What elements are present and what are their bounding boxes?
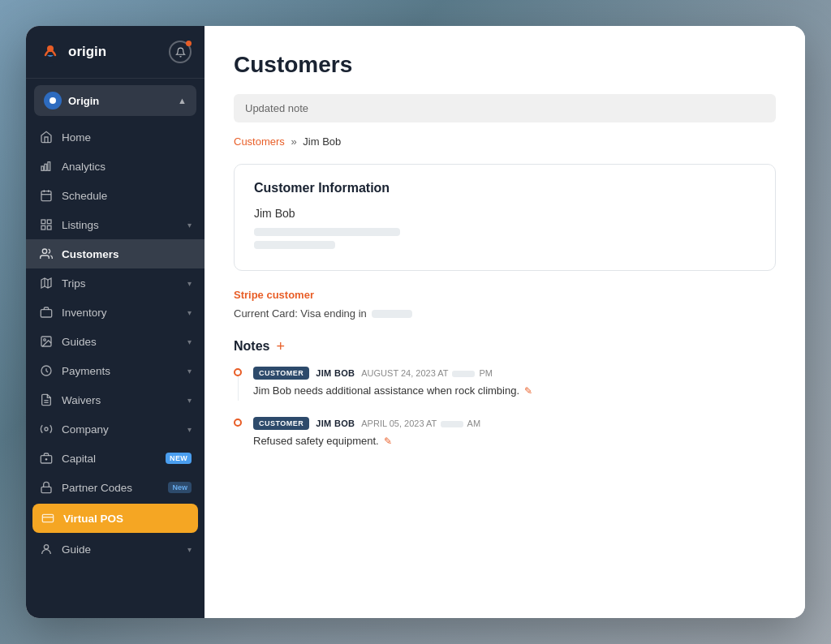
svg-point-30 <box>44 545 48 549</box>
origin-dot-inner <box>50 97 56 104</box>
logo-area: origin <box>39 41 106 63</box>
svg-point-19 <box>44 339 46 341</box>
main-content: Customers Updated note Customers » Jim B… <box>205 26 805 618</box>
waivers-chevron-icon: ▾ <box>187 396 192 405</box>
svg-point-13 <box>42 249 46 253</box>
sidebar-item-waivers[interactable]: Waivers ▾ <box>26 385 205 414</box>
company-icon <box>39 422 54 436</box>
note-date-1: AUGUST 24, 2023 AT PM <box>361 368 493 378</box>
note-meta-1: CUSTOMER JIM BOB AUGUST 24, 2023 AT PM <box>253 367 776 380</box>
sidebar-item-virtual-pos[interactable]: Virtual POS <box>32 504 198 533</box>
svg-rect-5 <box>41 191 51 201</box>
sidebar-item-company-label: Company <box>62 423 109 436</box>
timeline-dot-2 <box>234 419 242 427</box>
note-content-2: CUSTOMER JIM BOB APRIL 05, 2023 AT AM Re… <box>253 417 776 450</box>
schedule-icon <box>39 188 54 203</box>
partner-codes-new-badge: New <box>168 482 192 493</box>
sidebar-item-virtual-pos-label: Virtual POS <box>63 513 123 525</box>
guides-icon <box>39 334 54 349</box>
note-time-redacted-1 <box>452 371 475 377</box>
sidebar-item-guides[interactable]: Guides ▾ <box>26 327 205 356</box>
customer-name: Jim Bob <box>254 207 756 220</box>
customer-info-card: Customer Information Jim Bob <box>234 164 776 271</box>
customer-email-redacted <box>254 228 400 236</box>
svg-rect-17 <box>41 310 51 317</box>
inventory-icon <box>39 305 54 320</box>
sidebar-item-trips[interactable]: Trips ▾ <box>26 268 205 298</box>
logo-text: origin <box>68 44 106 60</box>
notification-bell-button[interactable] <box>169 41 192 63</box>
sidebar-item-inventory[interactable]: Inventory ▾ <box>26 298 205 327</box>
sidebar-item-customers[interactable]: Customers <box>26 239 205 268</box>
capital-new-badge: New <box>166 453 192 464</box>
note-edit-icon-1[interactable]: ✎ <box>524 385 532 397</box>
sidebar-item-guide-label: Guide <box>62 543 91 556</box>
sidebar-item-customers-label: Customers <box>62 248 119 260</box>
sidebar-item-capital[interactable]: Capital New <box>26 444 205 473</box>
svg-rect-12 <box>41 225 45 230</box>
add-note-button[interactable]: + <box>276 339 285 354</box>
origin-logo-icon <box>39 41 62 63</box>
page-title: Customers <box>234 52 776 78</box>
note-content-1: CUSTOMER JIM BOB AUGUST 24, 2023 AT PM J… <box>253 367 776 401</box>
breadcrumb-separator: » <box>291 135 296 148</box>
listings-icon <box>39 217 54 232</box>
notes-title: Notes <box>234 339 269 354</box>
origin-dropdown-left: Origin <box>44 92 99 109</box>
svg-rect-10 <box>47 220 51 224</box>
svg-rect-3 <box>45 164 47 170</box>
svg-rect-11 <box>47 225 51 230</box>
sidebar-item-schedule[interactable]: Schedule <box>26 181 205 210</box>
note-time-redacted-2 <box>441 421 463 427</box>
breadcrumb-current-page: Jim Bob <box>303 135 341 148</box>
breadcrumb: Customers » Jim Bob <box>234 135 776 148</box>
stripe-customer-link[interactable]: Stripe customer <box>234 289 314 301</box>
sidebar-item-listings[interactable]: Listings ▾ <box>26 210 205 239</box>
partner-codes-icon <box>39 480 54 495</box>
customer-info-card-title: Customer Information <box>254 181 756 195</box>
sidebar-item-partner-codes[interactable]: Partner Codes New <box>26 473 205 502</box>
stripe-section: Stripe customer Current Card: Visa endin… <box>234 287 776 320</box>
svg-marker-14 <box>41 278 51 288</box>
svg-rect-2 <box>41 166 44 170</box>
sidebar-item-home[interactable]: Home <box>26 122 205 152</box>
notes-header: Notes + <box>234 339 776 354</box>
origin-dropdown-button[interactable]: Origin ▲ <box>34 85 196 116</box>
notes-timeline: CUSTOMER JIM BOB AUGUST 24, 2023 AT PM J… <box>234 367 776 450</box>
card-info: Current Card: Visa ending in <box>234 307 776 320</box>
origin-chevron-icon: ▲ <box>178 96 187 105</box>
sidebar-item-partner-codes-label: Partner Codes <box>62 482 132 494</box>
guide-chevron-icon: ▾ <box>187 545 192 554</box>
sidebar-item-analytics[interactable]: Analytics <box>26 152 205 181</box>
customer-phone-redacted <box>254 241 335 249</box>
notes-section: Notes + CUSTOMER JIM BOB AUG <box>234 339 776 450</box>
analytics-icon <box>39 159 54 174</box>
waivers-icon <box>39 393 54 407</box>
sidebar-item-payments[interactable]: Payments ▾ <box>26 356 205 385</box>
payments-icon <box>39 363 54 378</box>
svg-rect-4 <box>48 162 50 171</box>
customers-icon <box>39 247 54 261</box>
timeline-dot-1 <box>234 368 242 376</box>
sidebar-item-trips-label: Trips <box>62 277 86 290</box>
note-text-1: Jim Bob needs additional assistance when… <box>253 384 776 397</box>
svg-rect-28 <box>42 514 53 522</box>
svg-point-23 <box>45 427 48 431</box>
note-badge-2: CUSTOMER <box>253 417 309 430</box>
guide-icon <box>39 542 54 556</box>
sidebar-item-schedule-label: Schedule <box>62 190 107 202</box>
note-edit-icon-2[interactable]: ✎ <box>384 436 392 447</box>
note-author-2: JIM BOB <box>316 419 355 428</box>
sidebar-item-company[interactable]: Company ▾ <box>26 414 205 444</box>
sidebar-item-analytics-label: Analytics <box>62 161 105 173</box>
note-item-1: CUSTOMER JIM BOB AUGUST 24, 2023 AT PM J… <box>234 367 776 401</box>
notification-dot <box>186 41 192 46</box>
sidebar-item-listings-label: Listings <box>62 219 99 231</box>
sidebar-item-guide[interactable]: Guide ▾ <box>26 535 205 564</box>
trips-icon <box>39 276 54 290</box>
breadcrumb-customers-link[interactable]: Customers <box>234 135 285 148</box>
updated-note-bar: Updated note <box>234 94 776 122</box>
sidebar-item-waivers-label: Waivers <box>62 394 101 406</box>
svg-rect-27 <box>41 487 51 492</box>
sidebar-item-payments-label: Payments <box>62 365 110 377</box>
